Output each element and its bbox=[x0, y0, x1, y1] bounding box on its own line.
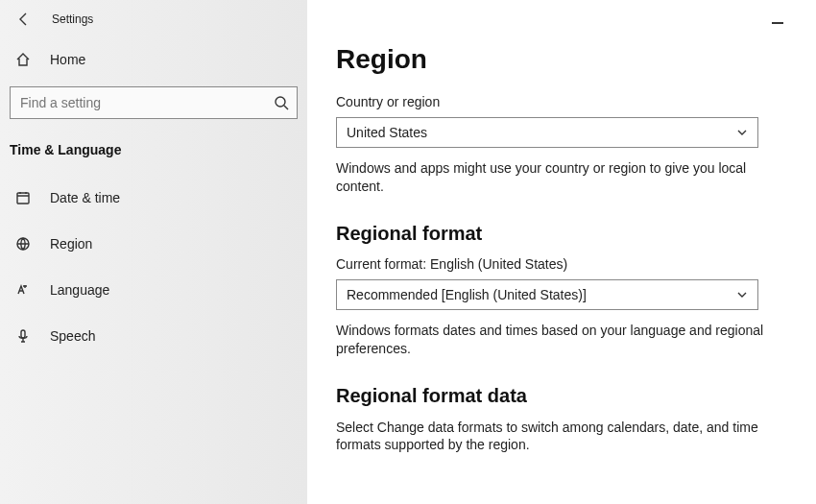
microphone-icon bbox=[13, 328, 33, 344]
home-nav[interactable]: Home bbox=[0, 38, 307, 81]
format-value: Recommended [English (United States)] bbox=[347, 287, 736, 302]
arrow-left-icon bbox=[15, 12, 31, 27]
back-button[interactable] bbox=[8, 4, 38, 35]
search-box[interactable] bbox=[10, 86, 298, 119]
category-header: Time & Language bbox=[0, 132, 307, 175]
svg-point-0 bbox=[276, 97, 285, 107]
country-help: Windows and apps might use your country … bbox=[336, 159, 768, 196]
language-icon bbox=[13, 282, 33, 298]
format-help: Windows formats dates and times based on… bbox=[336, 322, 768, 358]
nav-label: Language bbox=[50, 282, 109, 298]
chevron-down-icon bbox=[736, 289, 748, 300]
svg-rect-3 bbox=[21, 330, 25, 338]
app-title: Settings bbox=[52, 12, 93, 26]
regional-format-title: Regional format bbox=[336, 223, 787, 245]
sidebar: Settings Home Time & Language Date & tim… bbox=[0, 0, 307, 504]
globe-icon bbox=[13, 236, 33, 252]
sidebar-item-speech[interactable]: Speech bbox=[0, 313, 307, 359]
titlebar: Settings bbox=[0, 0, 307, 38]
search-icon bbox=[274, 95, 289, 110]
minimize-button[interactable] bbox=[772, 22, 783, 24]
sidebar-item-datetime[interactable]: Date & time bbox=[0, 175, 307, 221]
window-controls bbox=[336, 10, 787, 36]
search-input[interactable] bbox=[20, 95, 274, 110]
home-label: Home bbox=[50, 52, 85, 67]
format-dropdown[interactable]: Recommended [English (United States)] bbox=[336, 279, 758, 310]
regional-format-data-title: Regional format data bbox=[336, 385, 787, 407]
current-format-label: Current format: English (United States) bbox=[336, 256, 787, 272]
nav-label: Region bbox=[50, 236, 92, 252]
home-icon bbox=[13, 52, 33, 67]
nav-label: Date & time bbox=[50, 190, 120, 205]
main-content: Region Country or region United States W… bbox=[307, 0, 816, 504]
svg-rect-1 bbox=[17, 193, 29, 204]
country-dropdown[interactable]: United States bbox=[336, 117, 758, 148]
clock-icon bbox=[13, 190, 33, 205]
nav-label: Speech bbox=[50, 328, 95, 344]
chevron-down-icon bbox=[736, 127, 748, 138]
page-title: Region bbox=[336, 44, 787, 75]
sidebar-item-language[interactable]: Language bbox=[0, 267, 307, 313]
sidebar-item-region[interactable]: Region bbox=[0, 221, 307, 267]
formatdata-help: Select Change data formats to switch amo… bbox=[336, 419, 768, 455]
country-value: United States bbox=[347, 125, 736, 140]
country-label: Country or region bbox=[336, 94, 787, 109]
